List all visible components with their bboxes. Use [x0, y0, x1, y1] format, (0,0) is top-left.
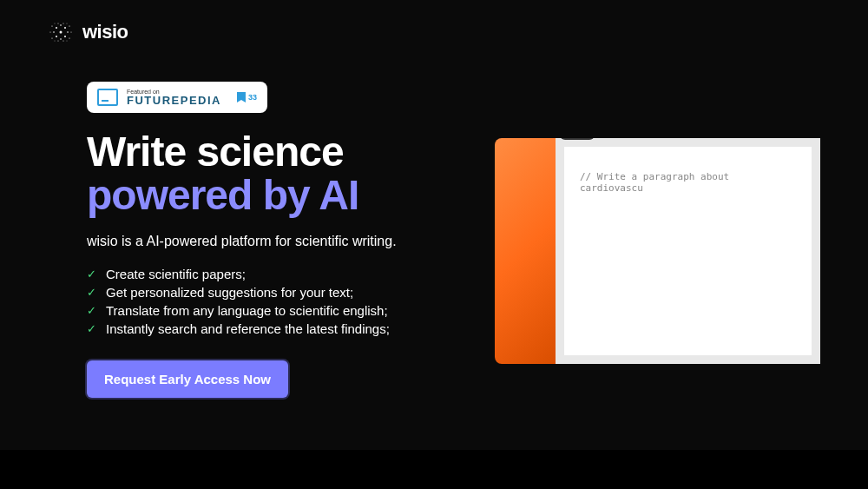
svg-point-10 — [69, 25, 69, 26]
feature-item: ✓ Get personalized suggestions for your … — [87, 285, 460, 300]
badge-site-name: FUTUREPEDIA — [127, 95, 221, 106]
demo-editor: // Write a paragraph about cardiovascu — [564, 147, 812, 355]
feature-item: ✓ Instantly search and reference the lat… — [87, 321, 460, 336]
featured-badge[interactable]: Featured on FUTUREPEDIA 33 — [87, 82, 267, 113]
footer-strip — [0, 450, 868, 489]
svg-point-18 — [71, 32, 72, 33]
headline-line-1: Write science — [87, 130, 460, 174]
demo-preview: // Write a paragraph about cardiovascu — [495, 138, 820, 364]
badge-bookmark: 33 — [237, 92, 257, 102]
demo-window-tab — [560, 138, 595, 140]
feature-list: ✓ Create scientific papers; ✓ Get person… — [87, 267, 460, 336]
subtitle: wisio is a AI-powered platform for scien… — [87, 234, 460, 249]
bookmark-icon — [237, 92, 246, 102]
hero-right: // Write a paragraph about cardiovascu — [495, 82, 820, 398]
svg-point-11 — [51, 37, 52, 38]
svg-point-2 — [64, 27, 66, 29]
svg-point-7 — [60, 24, 62, 26]
request-access-button[interactable]: Request Early Access Now — [87, 360, 288, 398]
feature-text: Get personalized suggestions for your te… — [106, 285, 353, 300]
headline-line-2: powered by AI — [87, 174, 460, 217]
svg-point-12 — [69, 37, 69, 38]
hero-left: Featured on FUTUREPEDIA 33 Write science… — [87, 82, 460, 398]
feature-text: Translate from any language to scientifi… — [106, 303, 388, 318]
svg-point-16 — [63, 41, 64, 42]
svg-point-17 — [50, 32, 51, 33]
feature-item: ✓ Create scientific papers; — [87, 267, 460, 281]
svg-point-21 — [55, 41, 56, 42]
feature-text: Instantly search and reference the lates… — [106, 321, 390, 336]
svg-point-14 — [63, 23, 64, 24]
check-icon: ✓ — [87, 286, 99, 299]
svg-point-13 — [58, 23, 59, 24]
svg-point-6 — [67, 31, 69, 33]
svg-point-1 — [56, 27, 57, 29]
brand-name: wisio — [82, 21, 128, 43]
svg-point-9 — [51, 25, 52, 26]
svg-point-5 — [53, 31, 55, 33]
svg-point-15 — [58, 41, 59, 42]
svg-point-19 — [55, 23, 56, 24]
svg-point-8 — [60, 38, 62, 40]
badge-count: 33 — [248, 93, 257, 102]
svg-point-22 — [67, 41, 68, 42]
check-icon: ✓ — [87, 304, 99, 317]
headline: Write science powered by AI — [87, 130, 460, 218]
demo-window: // Write a paragraph about cardiovascu — [556, 138, 820, 364]
svg-point-0 — [60, 31, 62, 34]
header: wisio — [0, 0, 868, 64]
demo-prompt-text: // Write a paragraph about cardiovascu — [580, 171, 796, 194]
brand-logo-icon — [48, 19, 74, 45]
futurepedia-icon — [97, 89, 118, 106]
feature-item: ✓ Translate from any language to scienti… — [87, 303, 460, 318]
demo-gradient-bg — [495, 138, 556, 364]
main-content: Featured on FUTUREPEDIA 33 Write science… — [0, 64, 868, 415]
check-icon: ✓ — [87, 268, 99, 281]
svg-point-3 — [56, 36, 57, 37]
feature-text: Create scientific papers; — [106, 267, 246, 281]
svg-point-20 — [67, 23, 68, 24]
svg-point-4 — [64, 36, 66, 37]
check-icon: ✓ — [87, 322, 99, 335]
badge-text: Featured on FUTUREPEDIA — [127, 89, 221, 106]
